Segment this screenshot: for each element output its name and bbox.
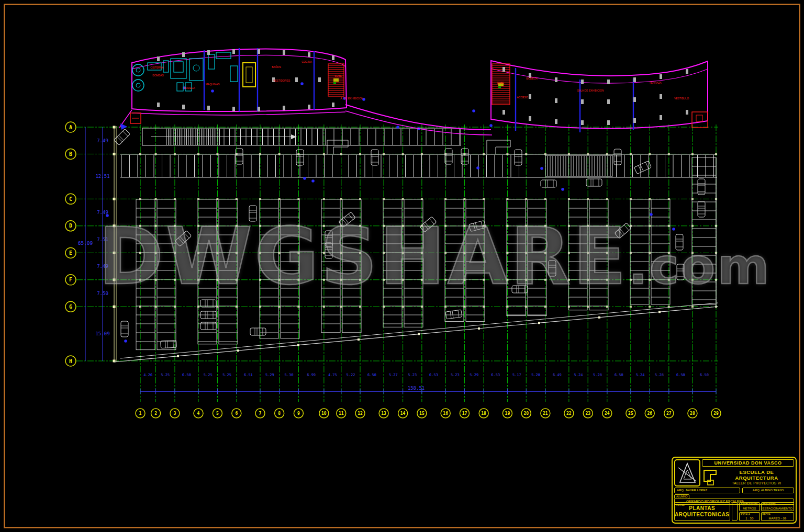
upper-building-right	[491, 61, 708, 129]
svg-text:G: G	[69, 304, 72, 310]
svg-text:5.28: 5.28	[531, 373, 540, 377]
svg-text:158.51: 158.51	[408, 386, 425, 391]
svg-text:6.53: 6.53	[491, 373, 500, 377]
svg-text:6.50: 6.50	[700, 373, 709, 377]
svg-text:A: A	[69, 124, 72, 130]
school-logo	[702, 468, 718, 486]
svg-text:TERRAZA: TERRAZA	[649, 81, 662, 84]
university-logo	[674, 459, 700, 486]
university-name: UNIVERSIDAD DON VASCO	[702, 459, 794, 467]
watermark-main: DWGSHARE	[98, 211, 629, 302]
car-symbol	[250, 328, 266, 335]
scale-label: ESCALA	[741, 513, 758, 516]
svg-text:5.22: 5.22	[346, 373, 355, 377]
svg-text:5: 5	[216, 411, 219, 416]
svg-text:16: 16	[443, 411, 448, 416]
svg-text:11: 11	[339, 411, 344, 416]
svg-text:4.26: 4.26	[143, 373, 152, 377]
svg-text:24: 24	[605, 411, 610, 416]
date-label: FECHA	[763, 513, 792, 516]
svg-text:7: 7	[259, 411, 262, 416]
car-symbol	[586, 179, 602, 186]
svg-text:6: 6	[235, 411, 238, 416]
svg-text:10: 10	[321, 411, 327, 416]
svg-text:6.49: 6.49	[553, 373, 562, 377]
watermark-suffix: .com	[629, 237, 772, 295]
project-value: ESTACIONAMIENTO	[763, 507, 792, 510]
date-value: MARZO - 09	[763, 517, 792, 520]
svg-text:5.28: 5.28	[593, 373, 602, 377]
svg-text:1: 1	[139, 411, 142, 416]
svg-text:H: H	[69, 358, 72, 364]
svg-text:MAQUINAS: MAQUINAS	[206, 83, 220, 86]
school-logo-icon	[702, 469, 717, 485]
car-symbol	[445, 310, 462, 319]
svg-text:5.23: 5.23	[451, 373, 460, 377]
svg-text:6.50: 6.50	[182, 373, 191, 377]
svg-text:D: D	[69, 223, 72, 229]
svg-text:6.50: 6.50	[676, 373, 685, 377]
svg-text:SALA DE EXHIBICION: SALA DE EXHIBICION	[577, 89, 604, 92]
car-symbol	[121, 321, 128, 337]
svg-text:VESTIBULO: VESTIBULO	[674, 97, 689, 100]
teacher-left: ARQ. JAVIER LOPEZ	[674, 488, 740, 493]
svg-text:5.23: 5.23	[408, 373, 417, 377]
svg-text:12.51: 12.51	[95, 174, 109, 179]
car-symbol	[698, 179, 705, 195]
svg-text:SUBE: SUBE	[497, 81, 504, 84]
svg-text:15: 15	[419, 411, 425, 416]
svg-text:65.09: 65.09	[78, 240, 93, 246]
interior-walls	[204, 48, 633, 132]
svg-text:5.29: 5.29	[470, 373, 478, 377]
title-block-spare-cell	[732, 502, 738, 521]
car-symbol	[371, 150, 378, 165]
compass-triangle-icon	[676, 460, 698, 485]
svg-text:ACCESO: ACCESO	[517, 96, 528, 99]
svg-text:6.99: 6.99	[307, 373, 316, 377]
svg-text:3: 3	[174, 411, 176, 416]
svg-text:F: F	[69, 277, 72, 282]
sheet-label: PLANO	[676, 503, 685, 506]
car-symbol	[614, 149, 621, 165]
svg-text:4.75: 4.75	[328, 373, 337, 377]
units-value: METROS	[741, 507, 758, 510]
teacher-right: ARQ. ALBINO TREJO	[742, 488, 794, 493]
column-markers	[157, 49, 688, 125]
svg-text:5.17: 5.17	[512, 373, 521, 377]
cyan-equipment	[132, 52, 238, 91]
svg-text:6.50: 6.50	[615, 373, 623, 377]
svg-text:19: 19	[505, 411, 510, 416]
cad-drawing-stage: 7.4912.517.497.517.497.5015.0965.094.265…	[0, 0, 804, 532]
svg-text:6.50: 6.50	[367, 373, 376, 377]
car-symbol	[200, 322, 216, 330]
svg-text:6.51: 6.51	[244, 373, 253, 377]
red-stairs	[130, 64, 708, 128]
course-name: TALLER DE PROYECTOS VI	[719, 481, 794, 485]
svg-text:17: 17	[462, 411, 467, 416]
svg-text:20: 20	[523, 411, 529, 416]
svg-text:21: 21	[543, 411, 548, 416]
svg-text:B: B	[69, 151, 72, 157]
svg-text:SUBE: SUBE	[334, 74, 342, 77]
scale-cell: ESCALA 1 : 50	[739, 512, 760, 521]
svg-text:5.25: 5.25	[161, 373, 170, 377]
svg-text:12: 12	[358, 411, 363, 416]
svg-text:23: 23	[585, 411, 590, 416]
elevator-core	[243, 63, 255, 87]
svg-text:5.24: 5.24	[574, 373, 583, 377]
svg-text:4: 4	[197, 411, 200, 416]
svg-text:VESTIDORES: VESTIDORES	[273, 79, 291, 82]
svg-text:25: 25	[628, 411, 633, 416]
svg-text:9: 9	[297, 411, 300, 416]
title-block-header: UNIVERSIDAD DON VASCO ESCUELA DE ARQUITE…	[674, 459, 794, 486]
svg-text:A. DE EXHIBICION: A. DE EXHIBICION	[340, 97, 363, 100]
svg-text:BOMBAS: BOMBAS	[152, 74, 164, 77]
dwgshare-watermark: DWGSHARE.com	[98, 209, 716, 303]
svg-text:29: 29	[713, 411, 719, 416]
svg-text:CISTERNA: CISTERNA	[150, 66, 164, 69]
sheet-name-cell: PLANO PLANTAS ARQUITECTONICAS	[674, 502, 730, 521]
svg-text:5.25: 5.25	[204, 373, 213, 377]
svg-text:5.24: 5.24	[636, 373, 645, 377]
car-symbol	[515, 150, 522, 165]
svg-text:BODEGA: BODEGA	[526, 77, 538, 80]
